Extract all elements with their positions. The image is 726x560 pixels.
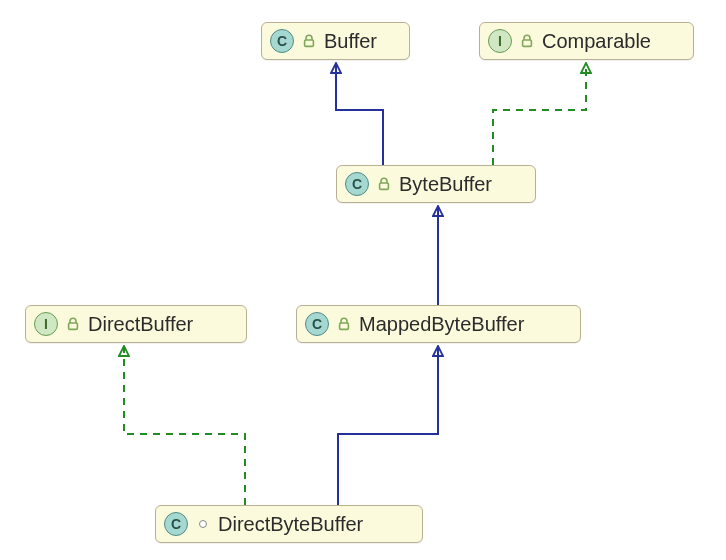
- interface-badge: I: [488, 29, 512, 53]
- node-directbytebuffer[interactable]: C DirectByteBuffer: [155, 505, 423, 543]
- lock-icon: [520, 34, 534, 48]
- class-badge: C: [305, 312, 329, 336]
- svg-rect-0: [305, 40, 314, 46]
- node-label: DirectBuffer: [88, 313, 193, 336]
- lock-icon: [66, 317, 80, 331]
- node-label: Comparable: [542, 30, 651, 53]
- node-mappedbytebuffer[interactable]: C MappedByteBuffer: [296, 305, 581, 343]
- node-label: DirectByteBuffer: [218, 513, 363, 536]
- package-visibility-icon: [196, 517, 210, 531]
- class-badge: C: [270, 29, 294, 53]
- node-directbuffer[interactable]: I DirectBuffer: [25, 305, 247, 343]
- lock-icon: [302, 34, 316, 48]
- class-badge: C: [345, 172, 369, 196]
- svg-rect-4: [69, 323, 78, 329]
- svg-rect-2: [380, 183, 389, 189]
- svg-rect-3: [340, 323, 349, 329]
- lock-icon: [377, 177, 391, 191]
- edge-directbytebuffer-extends-mappedbytebuffer: [338, 347, 438, 505]
- edge-layer: [0, 0, 726, 560]
- node-bytebuffer[interactable]: C ByteBuffer: [336, 165, 536, 203]
- uml-canvas: C Buffer I Comparable C ByteBuffer C Map…: [0, 0, 726, 560]
- node-comparable[interactable]: I Comparable: [479, 22, 694, 60]
- node-buffer[interactable]: C Buffer: [261, 22, 410, 60]
- edge-bytebuffer-extends-buffer: [336, 64, 383, 165]
- node-label: MappedByteBuffer: [359, 313, 524, 336]
- lock-icon: [337, 317, 351, 331]
- interface-badge: I: [34, 312, 58, 336]
- node-label: ByteBuffer: [399, 173, 492, 196]
- edge-directbytebuffer-implements-directbuffer: [124, 347, 245, 505]
- node-label: Buffer: [324, 30, 377, 53]
- svg-rect-1: [523, 40, 532, 46]
- edge-bytebuffer-implements-comparable: [493, 64, 586, 165]
- class-badge: C: [164, 512, 188, 536]
